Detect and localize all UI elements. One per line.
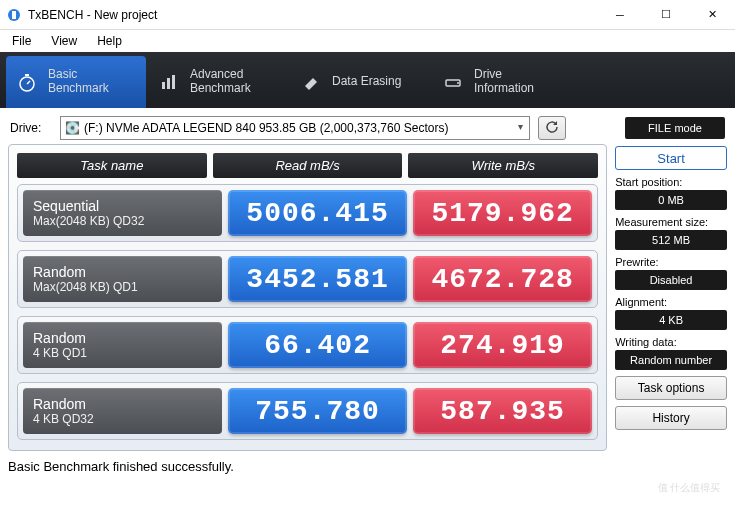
measurement-size-value[interactable]: 512 MB bbox=[615, 230, 727, 250]
write-value: 274.919 bbox=[413, 322, 592, 368]
tab-label-l1: Basic bbox=[48, 67, 77, 81]
start-button[interactable]: Start bbox=[615, 146, 727, 170]
task-button-sequential-qd32[interactable]: SequentialMax(2048 KB) QD32 bbox=[23, 190, 222, 236]
status-bar: Basic Benchmark finished successfully. bbox=[0, 455, 735, 478]
history-button[interactable]: History bbox=[615, 406, 727, 430]
stopwatch-icon bbox=[16, 71, 38, 93]
svg-rect-6 bbox=[167, 78, 170, 89]
benchmark-panel: Task name Read mB/s Write mB/s Sequentia… bbox=[8, 144, 607, 451]
tab-label-l1: Drive bbox=[474, 67, 502, 81]
drive-label: Drive: bbox=[10, 121, 52, 135]
eraser-icon bbox=[300, 71, 322, 93]
svg-point-10 bbox=[457, 82, 459, 84]
window-title: TxBENCH - New project bbox=[28, 8, 597, 22]
menu-view[interactable]: View bbox=[43, 32, 85, 50]
task-button-random-4k-qd32[interactable]: Random4 KB QD32 bbox=[23, 388, 222, 434]
tabbar: BasicBenchmark AdvancedBenchmark Data Er… bbox=[0, 52, 735, 108]
read-value: 5006.415 bbox=[228, 190, 407, 236]
bars-icon bbox=[158, 71, 180, 93]
alignment-value[interactable]: 4 KB bbox=[615, 310, 727, 330]
test-row: Random4 KB QD1 66.402 274.919 bbox=[17, 316, 598, 374]
refresh-icon bbox=[545, 120, 559, 137]
start-position-value[interactable]: 0 MB bbox=[615, 190, 727, 210]
menu-help[interactable]: Help bbox=[89, 32, 130, 50]
test-row: RandomMax(2048 KB) QD1 3452.581 4672.728 bbox=[17, 250, 598, 308]
drive-selected-text: (F:) NVMe ADATA LEGEND 840 953.85 GB (2,… bbox=[84, 121, 448, 135]
svg-rect-5 bbox=[162, 82, 165, 89]
side-panel: Start Start position:0 MB Measurement si… bbox=[615, 144, 727, 451]
window-controls: ─ ☐ ✕ bbox=[597, 0, 735, 30]
svg-marker-8 bbox=[305, 78, 317, 90]
header-task: Task name bbox=[17, 153, 207, 178]
header-read: Read mB/s bbox=[213, 153, 403, 178]
close-button[interactable]: ✕ bbox=[689, 0, 735, 30]
chevron-down-icon: ▾ bbox=[518, 121, 523, 132]
tab-drive-information[interactable]: DriveInformation bbox=[432, 56, 572, 108]
test-row: SequentialMax(2048 KB) QD32 5006.415 517… bbox=[17, 184, 598, 242]
tab-label-l2: Benchmark bbox=[190, 81, 251, 95]
task-button-random-2048-qd1[interactable]: RandomMax(2048 KB) QD1 bbox=[23, 256, 222, 302]
tab-advanced-benchmark[interactable]: AdvancedBenchmark bbox=[148, 56, 288, 108]
write-value: 587.935 bbox=[413, 388, 592, 434]
drive-row: Drive: 💽 (F:) NVMe ADATA LEGEND 840 953.… bbox=[0, 108, 735, 144]
tab-basic-benchmark[interactable]: BasicBenchmark bbox=[6, 56, 146, 108]
tab-label-l1: Data Erasing bbox=[332, 75, 401, 89]
read-value: 3452.581 bbox=[228, 256, 407, 302]
write-value: 5179.962 bbox=[413, 190, 592, 236]
alignment-label: Alignment: bbox=[615, 296, 727, 308]
svg-rect-7 bbox=[172, 75, 175, 89]
writing-data-value[interactable]: Random number bbox=[615, 350, 727, 370]
write-value: 4672.728 bbox=[413, 256, 592, 302]
task-button-random-4k-qd1[interactable]: Random4 KB QD1 bbox=[23, 322, 222, 368]
writing-data-label: Writing data: bbox=[615, 336, 727, 348]
menu-file[interactable]: File bbox=[4, 32, 39, 50]
svg-rect-3 bbox=[25, 74, 29, 76]
minimize-button[interactable]: ─ bbox=[597, 0, 643, 30]
measurement-size-label: Measurement size: bbox=[615, 216, 727, 228]
tab-label-l1: Advanced bbox=[190, 67, 243, 81]
read-value: 755.780 bbox=[228, 388, 407, 434]
file-mode-button[interactable]: FILE mode bbox=[625, 117, 725, 139]
disk-icon: 💽 bbox=[65, 121, 80, 135]
prewrite-value[interactable]: Disabled bbox=[615, 270, 727, 290]
svg-line-4 bbox=[27, 81, 30, 84]
test-row: Random4 KB QD32 755.780 587.935 bbox=[17, 382, 598, 440]
tab-label-l2: Information bbox=[474, 81, 534, 95]
tab-label-l2: Benchmark bbox=[48, 81, 109, 95]
read-value: 66.402 bbox=[228, 322, 407, 368]
titlebar: TxBENCH - New project ─ ☐ ✕ bbox=[0, 0, 735, 30]
app-icon bbox=[6, 7, 22, 23]
maximize-button[interactable]: ☐ bbox=[643, 0, 689, 30]
drive-select[interactable]: 💽 (F:) NVMe ADATA LEGEND 840 953.85 GB (… bbox=[60, 116, 530, 140]
start-position-label: Start position: bbox=[615, 176, 727, 188]
drive-icon bbox=[442, 71, 464, 93]
reload-button[interactable] bbox=[538, 116, 566, 140]
svg-rect-1 bbox=[12, 11, 16, 19]
menubar: File View Help bbox=[0, 30, 735, 52]
prewrite-label: Prewrite: bbox=[615, 256, 727, 268]
tab-data-erasing[interactable]: Data Erasing bbox=[290, 56, 430, 108]
task-options-button[interactable]: Task options bbox=[615, 376, 727, 400]
header-write: Write mB/s bbox=[408, 153, 598, 178]
